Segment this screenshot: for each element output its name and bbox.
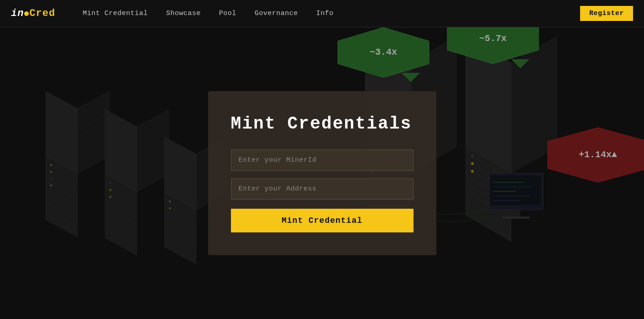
svg-marker-20 (137, 109, 169, 191)
svg-point-18 (50, 185, 52, 186)
svg-marker-1 (78, 91, 110, 173)
svg-text:+1.14x▲: +1.14x▲ (579, 149, 617, 160)
svg-text:~5.7x: ~5.7x (479, 33, 507, 44)
nav-link-mint-credential[interactable]: Mint Credential (83, 10, 148, 17)
nav-link-governance[interactable]: Governance (255, 10, 298, 17)
svg-text:~3.4x: ~3.4x (370, 47, 397, 57)
logo[interactable]: in Cred (11, 8, 55, 19)
nav-link-showcase[interactable]: Showcase (166, 10, 201, 17)
svg-point-16 (50, 171, 52, 173)
navbar: in Cred Mint Credential Showcase Pool Go… (0, 0, 644, 27)
svg-point-17 (50, 178, 52, 180)
register-button[interactable]: Register (580, 6, 633, 21)
svg-point-84 (471, 170, 474, 173)
main-content: ~3.4x (0, 0, 644, 319)
svg-point-83 (471, 162, 474, 165)
svg-rect-97 (511, 210, 520, 216)
logo-cred: Cred (29, 8, 55, 19)
mint-credential-button[interactable]: Mint Credential (231, 209, 414, 232)
nav-links: Mint Credential Showcase Pool Governance… (83, 10, 580, 17)
svg-point-15 (50, 164, 52, 166)
miner-id-input[interactable] (231, 149, 414, 171)
mint-title: Mint Credentials (231, 114, 414, 134)
nav-link-pool[interactable]: Pool (219, 10, 236, 17)
svg-point-30 (110, 189, 111, 191)
svg-point-29 (110, 182, 111, 184)
svg-point-82 (471, 154, 474, 157)
svg-rect-98 (502, 216, 529, 219)
logo-in: in (11, 8, 24, 19)
mint-card: Mint Credentials Mint Credential (208, 91, 436, 255)
svg-point-41 (169, 201, 171, 202)
svg-point-31 (110, 196, 111, 198)
address-input[interactable] (231, 178, 414, 200)
logo-dot-icon (24, 11, 29, 16)
svg-point-42 (169, 207, 171, 209)
nav-link-info[interactable]: Info (316, 10, 334, 17)
